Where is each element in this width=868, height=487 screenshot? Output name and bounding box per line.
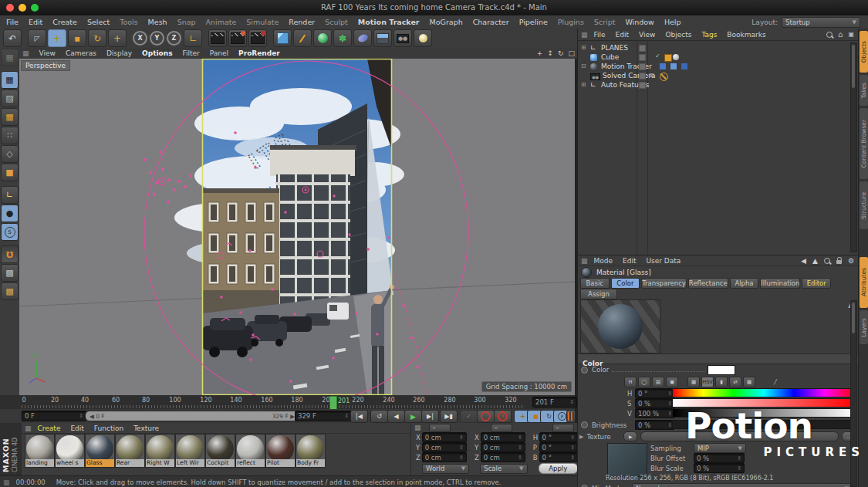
viewport-menu-filter[interactable]: Filter — [183, 49, 200, 57]
snap-toggle-icon[interactable]: S — [1, 223, 19, 241]
hsv-mode-icon[interactable]: HSV — [701, 377, 714, 387]
compact-mode-icon[interactable]: H — [624, 377, 637, 387]
start-frame-field[interactable]: 0 F⇕ — [22, 411, 86, 421]
render-view-icon[interactable] — [208, 29, 227, 47]
current-frame-field[interactable]: 201 F⇕ — [532, 397, 577, 408]
menu-character[interactable]: Character — [473, 18, 509, 26]
tab-editor[interactable]: Editor — [802, 278, 831, 289]
add-cube-primitive-icon[interactable] — [273, 29, 292, 47]
tab-transparency[interactable]: Transparency — [641, 278, 687, 289]
menu-animate[interactable]: Animate — [206, 18, 237, 26]
protection-tag-icon[interactable] — [660, 73, 668, 81]
material-thumbnail[interactable]: wheel s — [55, 434, 85, 468]
material-thumbnail[interactable]: Left Wir — [175, 434, 205, 468]
object-row-motion-tracker[interactable]: ⊟ Motion Tracker — [578, 62, 859, 71]
subdivision-surface-icon[interactable] — [313, 29, 332, 47]
viewport-menu-panel[interactable]: Panel — [210, 49, 228, 57]
stepper-icon[interactable]: ⇕ — [79, 413, 83, 419]
menu-file[interactable]: File — [6, 18, 19, 26]
om-menu-view[interactable]: View — [639, 31, 655, 39]
value-gradient-slider[interactable] — [672, 408, 856, 418]
live-selection-icon[interactable]: ◸ — [28, 29, 46, 47]
rot-p-field[interactable]: 0 °⇕ — [539, 442, 578, 452]
rotate-tool-icon[interactable]: ↻ — [88, 29, 106, 47]
tracker-tag-icon[interactable] — [660, 63, 666, 69]
blur-scale-field[interactable]: 0 %⇕ — [694, 463, 745, 473]
grid-menu-icon[interactable]: ▦ — [414, 424, 421, 431]
key-pla-icon[interactable] — [566, 410, 576, 423]
keyframe-state-icon[interactable]: ⊠ — [649, 72, 654, 79]
material-menu-edit[interactable]: Edit — [70, 424, 83, 432]
material-thumbnail-selected[interactable]: Glass — [85, 434, 115, 468]
swatches-mode-icon[interactable]: ▦ — [743, 377, 755, 387]
grid-menu-icon[interactable]: ▦ — [581, 31, 588, 39]
camera-icon[interactable]: ●● — [393, 29, 412, 47]
om-menu-tags[interactable]: Tags — [701, 31, 717, 39]
model-mode-icon[interactable]: ▦ — [1, 71, 19, 89]
lock-icon[interactable] — [836, 260, 842, 264]
lock-z-axis-icon[interactable]: Z — [167, 31, 181, 46]
position-column-dropdown[interactable]: – — [429, 424, 451, 432]
make-editable-icon[interactable]: ▦ — [1, 49, 19, 66]
am-menu-mode[interactable]: Mode — [594, 257, 613, 265]
material-thumbnail[interactable]: Cockpit — [205, 434, 235, 468]
keyframe-selection-icon[interactable]: ? — [494, 410, 512, 423]
workplane-snap-icon[interactable]: ▩ — [1, 264, 19, 282]
om-menu-file[interactable]: File — [594, 31, 606, 39]
hue-gradient-slider[interactable] — [672, 388, 856, 397]
om-menu-bookmarks[interactable]: Bookmarks — [727, 31, 765, 39]
grid-menu-icon[interactable]: ▦ — [581, 257, 588, 265]
saturation-gradient-slider[interactable] — [672, 398, 856, 408]
tab-assign[interactable]: Assign — [580, 289, 617, 299]
tab-alpha[interactable]: Alpha — [730, 278, 759, 289]
viewport-menu-prorender[interactable]: ProRender — [238, 49, 280, 57]
viewport-menu-view[interactable]: View — [39, 49, 56, 57]
next-frame-icon[interactable]: ▶| — [421, 410, 439, 423]
side-tab-objects[interactable]: Objects — [860, 31, 868, 73]
hue-field[interactable]: 0 °⇕ — [635, 388, 675, 398]
deformer-icon[interactable] — [353, 29, 372, 47]
material-thumbnail[interactable]: Pilot — [265, 434, 296, 468]
menu-script[interactable]: Script — [594, 18, 616, 26]
viewport-rotate-icon[interactable]: ↻ — [558, 49, 564, 57]
layer-toggle-icon[interactable] — [639, 54, 646, 61]
object-row-cube[interactable]: Cube ✓ — [578, 52, 859, 62]
material-menu-texture[interactable]: Texture — [133, 424, 159, 432]
back-arrow-icon[interactable]: ◀ — [801, 257, 806, 265]
grid-menu-icon[interactable]: ▦ — [22, 49, 29, 57]
mograph-generator-icon[interactable]: ✽ — [333, 29, 352, 47]
scale-z-field[interactable]: 0 cm⇕ — [481, 452, 525, 462]
image-picker-icon[interactable]: ▣ — [666, 377, 678, 387]
collapse-icon[interactable]: ⊟ — [581, 63, 586, 69]
color-radio-icon[interactable] — [581, 367, 588, 374]
side-tab-attributes[interactable]: Attributes — [860, 257, 868, 308]
color-swatch[interactable] — [708, 365, 735, 375]
tab-basic[interactable]: Basic — [580, 278, 610, 289]
spectrum-icon[interactable]: ▤ — [652, 377, 664, 387]
points-mode-icon[interactable]: ∷ — [1, 127, 19, 144]
menu-edit[interactable]: Edit — [29, 18, 42, 26]
menu-help[interactable]: Help — [664, 18, 681, 26]
menu-mesh[interactable]: Mesh — [148, 18, 167, 26]
menu-motion-tracker[interactable]: Motion Tracker — [358, 18, 420, 26]
tab-color[interactable]: Color — [611, 278, 640, 289]
stepper-icon[interactable]: ⇕ — [569, 399, 574, 405]
viewport-canvas[interactable]: ITS COMING HOME — [19, 59, 575, 395]
material-menu-create[interactable]: Create — [38, 424, 61, 432]
pos-y-field[interactable]: 0 cm⇕ — [422, 442, 467, 452]
texture-play-icon[interactable]: ▶ — [623, 431, 637, 441]
texture-mode-icon[interactable]: ▨ — [1, 90, 19, 107]
viewport-maximize-icon[interactable]: □ — [568, 49, 575, 57]
menu-sculpt[interactable]: Sculpt — [325, 18, 348, 26]
locked-workplane-icon[interactable]: ▩ — [1, 282, 19, 300]
menu-plugins[interactable]: Plugins — [558, 18, 584, 26]
kelvin-mode-icon[interactable]: ▮ — [715, 377, 728, 387]
environment-icon[interactable] — [373, 29, 392, 47]
render-settings-icon[interactable] — [248, 29, 267, 47]
texture-path-bar[interactable] — [640, 431, 839, 441]
blur-offset-field[interactable]: 0 %⇕ — [694, 453, 745, 463]
scale-x-field[interactable]: 0 cm⇕ — [481, 432, 525, 442]
pos-x-field[interactable]: 0 cm⇕ — [422, 432, 467, 442]
texture-tag-icon[interactable] — [664, 54, 672, 62]
material-thumbnail[interactable]: landing — [25, 434, 55, 468]
